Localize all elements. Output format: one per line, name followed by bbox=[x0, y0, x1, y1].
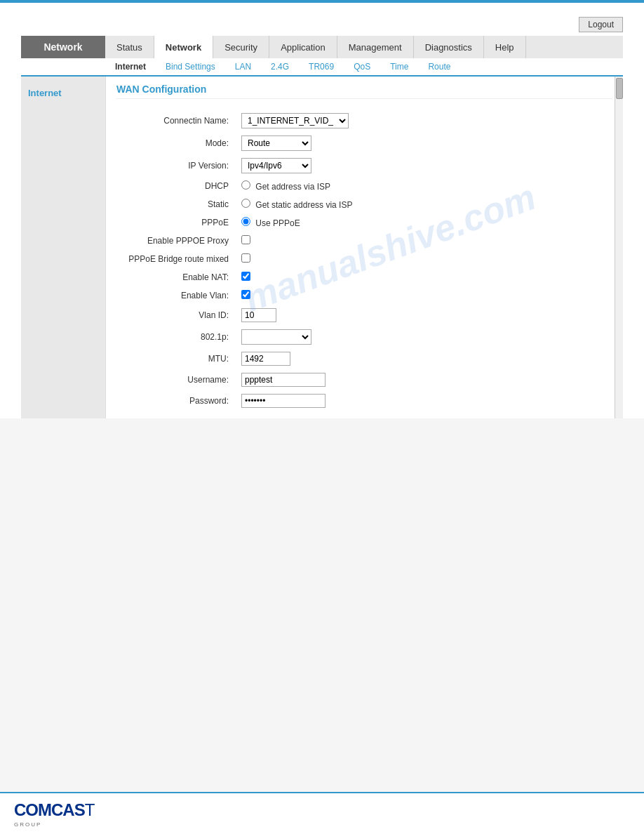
select-mode[interactable]: Route Bridge bbox=[241, 135, 311, 151]
field-pppoe-bridge-route-mixed: PPPoE Bridge route mixed bbox=[116, 250, 612, 268]
label-pppoe: PPPoE bbox=[116, 213, 236, 232]
field-mtu: MTU: bbox=[116, 348, 612, 369]
label-enable-nat: Enable NAT: bbox=[116, 268, 236, 286]
sidebar-item-internet[interactable]: Internet bbox=[21, 84, 105, 102]
subnav-tr069[interactable]: TR069 bbox=[299, 58, 344, 75]
tab-management[interactable]: Management bbox=[337, 36, 414, 58]
label-username: Username: bbox=[116, 369, 236, 390]
label-pppoe-bridge-route-mixed: PPPoE Bridge route mixed bbox=[116, 250, 236, 268]
footer-logo-group: GROUP bbox=[14, 821, 94, 828]
main-content: WAN Configuration Connectin Name: 1_INTE… bbox=[105, 77, 623, 418]
nav-top-row: Network Status Network Security Applicat… bbox=[21, 36, 623, 58]
radio-static[interactable] bbox=[241, 199, 250, 208]
select-connection-name[interactable]: 1_INTERNET_R_VID_ bbox=[241, 113, 349, 128]
field-mode: Mode: Route Bridge bbox=[116, 132, 612, 154]
header-area: Logout Network Status Network Security A… bbox=[0, 3, 644, 418]
tab-help[interactable]: Help bbox=[484, 36, 526, 58]
subnav-bind-settings[interactable]: Bind Settings bbox=[156, 58, 225, 75]
field-dhcp: DHCP Get address via ISP bbox=[116, 177, 612, 195]
tab-diagnostics[interactable]: Diagnostics bbox=[414, 36, 484, 58]
tab-network[interactable]: Network bbox=[154, 36, 213, 58]
label-ip-version: IP Version: bbox=[116, 154, 236, 177]
footer-logo: COMCAST GROUP bbox=[14, 800, 94, 828]
checkbox-enable-nat[interactable] bbox=[241, 272, 250, 281]
field-static: Static Get static address via ISP bbox=[116, 195, 612, 213]
subnav-internet[interactable]: Internet bbox=[105, 58, 156, 77]
input-password[interactable] bbox=[241, 394, 326, 408]
label-password: Password: bbox=[116, 390, 236, 411]
input-mtu[interactable] bbox=[241, 352, 290, 366]
label-vlan-id: Vlan ID: bbox=[116, 305, 236, 326]
static-text: Get static address via ISP bbox=[255, 200, 352, 210]
radio-dhcp[interactable] bbox=[241, 180, 250, 190]
checkbox-enable-vlan[interactable] bbox=[241, 290, 250, 299]
nav-brand: Network bbox=[21, 36, 105, 58]
static-label[interactable]: Get static address via ISP bbox=[241, 200, 352, 210]
sidebar: Internet bbox=[21, 77, 105, 418]
label-connection-name: Connectin Name: bbox=[116, 110, 236, 132]
field-enable-nat: Enable NAT: bbox=[116, 268, 612, 286]
logout-button[interactable]: Logout bbox=[579, 17, 623, 32]
subnav-route[interactable]: Route bbox=[418, 58, 460, 75]
tab-security[interactable]: Security bbox=[213, 36, 269, 58]
logout-area: Logout bbox=[14, 10, 630, 36]
tab-application[interactable]: Application bbox=[269, 36, 337, 58]
subnav-lan[interactable]: LAN bbox=[225, 58, 261, 75]
nav-tabs: Status Network Security Application Mana… bbox=[105, 36, 623, 58]
field-802-1p: 802.1p: bbox=[116, 326, 612, 348]
pppoe-text: Use PPPoE bbox=[255, 218, 300, 228]
field-enable-pppoe-proxy: Enable PPPOE Proxy bbox=[116, 232, 612, 250]
field-password: Password: bbox=[116, 390, 612, 411]
pppoe-label[interactable]: Use PPPoE bbox=[241, 218, 300, 228]
section-title: WAN Configuration bbox=[116, 84, 612, 99]
footer: COMCAST GROUP bbox=[0, 792, 644, 834]
label-enable-vlan: Enable Vlan: bbox=[116, 286, 236, 305]
checkbox-enable-pppoe-proxy[interactable] bbox=[241, 235, 250, 244]
scroll-indicator[interactable] bbox=[615, 77, 623, 418]
dhcp-text: Get address via ISP bbox=[255, 182, 330, 192]
label-static: Static bbox=[116, 195, 236, 213]
label-dhcp: DHCP bbox=[116, 177, 236, 195]
input-vlan-id[interactable] bbox=[241, 308, 276, 322]
subnav-time[interactable]: Time bbox=[380, 58, 418, 75]
wan-config-form: Connectin Name: 1_INTERNET_R_VID_ Mode: bbox=[116, 110, 612, 411]
tab-status[interactable]: Status bbox=[105, 36, 154, 58]
field-pppoe: PPPoE Use PPPoE bbox=[116, 213, 612, 232]
field-username: Username: bbox=[116, 369, 612, 390]
footer-logo-text: COMCAST bbox=[14, 800, 94, 820]
content-wrapper: Internet WAN Configuration Connectin Nam… bbox=[21, 77, 623, 418]
field-ip-version: IP Version: Ipv4/Ipv6 Ipv4 Ipv6 bbox=[116, 154, 612, 177]
label-mode: Mode: bbox=[116, 132, 236, 154]
label-802-1p: 802.1p: bbox=[116, 326, 236, 348]
select-802-1p[interactable] bbox=[241, 329, 311, 345]
subnav-24g[interactable]: 2.4G bbox=[261, 58, 299, 75]
field-vlan-id: Vlan ID: bbox=[116, 305, 612, 326]
label-mtu: MTU: bbox=[116, 348, 236, 369]
main-nav: Network Status Network Security Applicat… bbox=[21, 36, 623, 77]
checkbox-pppoe-bridge-route-mixed[interactable] bbox=[241, 253, 250, 263]
input-username[interactable] bbox=[241, 373, 326, 387]
sub-nav: Internet Bind Settings LAN 2.4G TR069 Qo… bbox=[21, 58, 623, 77]
dhcp-label[interactable]: Get address via ISP bbox=[241, 182, 330, 192]
subnav-qos[interactable]: QoS bbox=[344, 58, 380, 75]
select-ip-version[interactable]: Ipv4/Ipv6 Ipv4 Ipv6 bbox=[241, 158, 311, 173]
label-enable-pppoe-proxy: Enable PPPOE Proxy bbox=[116, 232, 236, 250]
radio-pppoe[interactable] bbox=[241, 217, 250, 226]
field-enable-vlan: Enable Vlan: bbox=[116, 286, 612, 305]
scroll-thumb[interactable] bbox=[616, 78, 623, 99]
field-connection-name: Connectin Name: 1_INTERNET_R_VID_ bbox=[116, 110, 612, 132]
